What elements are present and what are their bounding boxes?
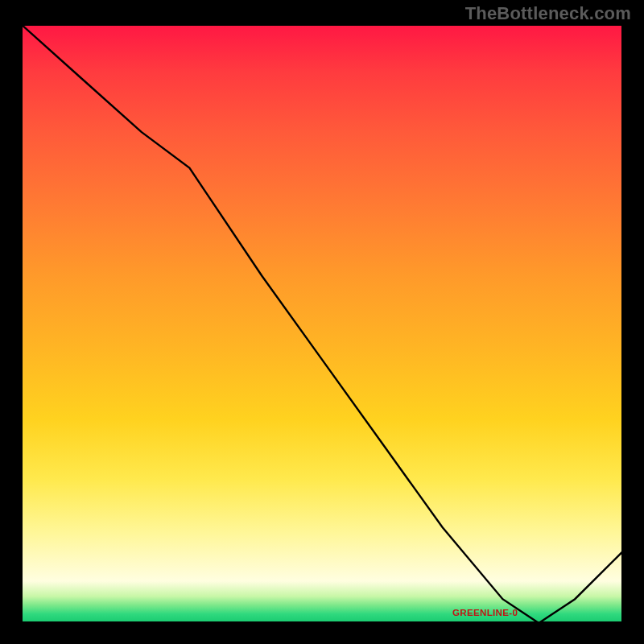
heat-gradient-background <box>21 24 623 623</box>
plot-area: GREENLINE-0 <box>21 24 623 623</box>
chart-frame: TheBottleneck.com GREENLINE-0 <box>0 0 644 644</box>
green-line-annotation: GREENLINE-0 <box>453 608 518 617</box>
watermark-text: TheBottleneck.com <box>465 3 631 24</box>
